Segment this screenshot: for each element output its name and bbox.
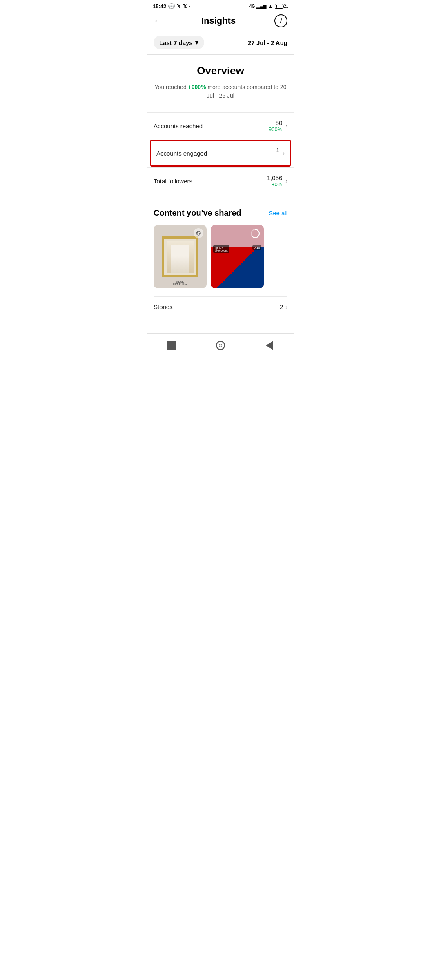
- wifi-icon: ▲: [268, 3, 273, 9]
- date-range-display: 27 Jul - 2 Aug: [248, 39, 287, 46]
- thumbnail-1-caption: shouldBET Edition: [154, 280, 207, 286]
- date-filter-button[interactable]: Last 7 days ▾: [154, 36, 204, 49]
- total-followers-chevron: ›: [285, 178, 287, 184]
- see-all-button[interactable]: See all: [269, 209, 287, 216]
- stories-label: Stories: [154, 303, 173, 310]
- accounts-reached-change: +900%: [265, 126, 282, 132]
- stats-container: Accounts reached 50 +900% › Accounts eng…: [147, 108, 294, 198]
- stories-count: 2: [280, 303, 283, 310]
- total-followers-change: +0%: [267, 181, 283, 187]
- top-nav: ← Insights i: [147, 11, 294, 31]
- thumbnail-item-1[interactable]: shouldBET Edition: [154, 225, 207, 288]
- svg-point-0: [196, 231, 200, 235]
- thumbnail-item-2[interactable]: 0:19 TikTok@account: [211, 225, 264, 288]
- triangle-icon: [266, 341, 273, 350]
- image-icon: [196, 231, 201, 236]
- thumbnails-row: shouldBET Edition 0:19 TikTok@account: [154, 225, 287, 288]
- video-duration: 0:19: [252, 245, 261, 250]
- accounts-engaged-right: 1 – ›: [276, 147, 285, 160]
- info-button[interactable]: i: [274, 14, 287, 27]
- square-icon: [167, 341, 176, 350]
- nav-home-button[interactable]: [214, 339, 227, 352]
- chevron-down-icon: ▾: [195, 39, 198, 46]
- accounts-reached-number: 50: [265, 119, 282, 126]
- overview-title: Overview: [154, 65, 287, 77]
- accounts-engaged-values: 1 –: [276, 147, 279, 160]
- battery-icon: [275, 4, 283, 9]
- dot-icon: ·: [189, 3, 191, 9]
- tiktok-badge: TikTok@account: [213, 245, 229, 253]
- status-time: 15:42 💬 𝕏 𝕏 ·: [153, 3, 191, 9]
- content-section: Content you've shared See all shouldBET …: [147, 198, 294, 321]
- time-display: 15:42: [153, 3, 166, 9]
- stories-chevron: ›: [285, 304, 287, 310]
- total-followers-right: 1,056 +0% ›: [267, 174, 287, 187]
- overview-subtitle: You reached +900% more accounts compared…: [154, 83, 287, 100]
- page-title: Insights: [201, 16, 236, 26]
- accounts-engaged-change: –: [276, 154, 279, 160]
- circle-inner-icon: [219, 344, 222, 347]
- video-content-area: [211, 247, 264, 288]
- date-filter-label: Last 7 days: [159, 39, 193, 46]
- portrait-frame: [162, 236, 198, 277]
- subtitle-positive: +900%: [188, 84, 206, 90]
- status-bar: 15:42 💬 𝕏 𝕏 · 4G ▂▄▆ ▲ 21: [147, 0, 294, 11]
- accounts-engaged-chevron: ›: [283, 150, 285, 156]
- total-followers-number: 1,056: [267, 174, 283, 181]
- thumbnail-1-overlay: [194, 228, 203, 238]
- svg-point-1: [197, 232, 198, 233]
- status-indicators: 4G ▂▄▆ ▲ 21: [249, 3, 288, 9]
- filter-row: Last 7 days ▾ 27 Jul - 2 Aug: [147, 31, 294, 54]
- nav-back-button[interactable]: [263, 339, 276, 352]
- accounts-engaged-label: Accounts engaged: [156, 150, 207, 157]
- portrait-figure: [171, 245, 189, 273]
- nav-square-button[interactable]: [165, 339, 178, 352]
- twitter-icon-2: 𝕏: [183, 4, 187, 9]
- accounts-engaged-row[interactable]: Accounts engaged 1 – ›: [150, 140, 291, 167]
- signal-icon: ▂▄▆: [256, 4, 266, 9]
- bottom-nav: [147, 333, 294, 360]
- whatsapp-icon: 💬: [168, 3, 175, 9]
- accounts-reached-chevron: ›: [285, 122, 287, 129]
- battery-container: 21: [275, 4, 288, 9]
- circle-progress-icon: [250, 228, 261, 239]
- twitter-icon-1: 𝕏: [177, 4, 181, 9]
- battery-level: 21: [284, 4, 288, 9]
- content-title: Content you've shared: [154, 208, 241, 218]
- total-followers-values: 1,056 +0%: [267, 174, 283, 187]
- total-followers-row[interactable]: Total followers 1,056 +0% ›: [147, 167, 294, 194]
- subtitle-after: more accounts compared to 20 Jul - 26 Ju…: [206, 84, 287, 99]
- overview-section: Overview You reached +900% more accounts…: [147, 55, 294, 108]
- stories-right: 2 ›: [280, 303, 287, 310]
- stories-row[interactable]: Stories 2 ›: [154, 296, 287, 317]
- content-header: Content you've shared See all: [154, 208, 287, 218]
- accounts-engaged-number: 1: [276, 147, 279, 154]
- circle-icon: [216, 341, 225, 350]
- accounts-reached-values: 50 +900%: [265, 119, 282, 132]
- accounts-reached-right: 50 +900% ›: [265, 119, 287, 132]
- total-followers-label: Total followers: [154, 178, 192, 185]
- back-button[interactable]: ←: [154, 16, 163, 26]
- network-label: 4G: [249, 4, 255, 9]
- accounts-reached-label: Accounts reached: [154, 122, 203, 129]
- subtitle-before: You reached: [155, 84, 188, 90]
- accounts-reached-row[interactable]: Accounts reached 50 +900% ›: [147, 112, 294, 139]
- portrait-inner: [167, 241, 194, 273]
